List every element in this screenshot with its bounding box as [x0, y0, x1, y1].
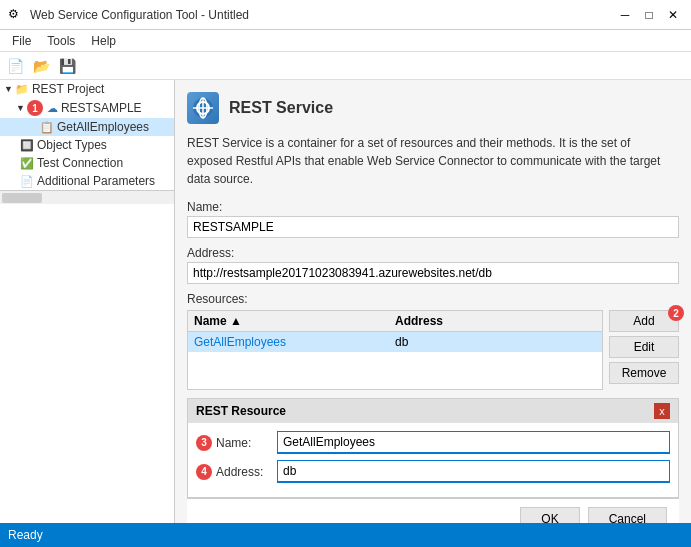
status-text: Ready: [8, 528, 43, 542]
toolbar: 📄 📂 💾: [0, 52, 691, 80]
resource-icon: 📋: [40, 121, 54, 134]
service-description: REST Service is a container for a set of…: [187, 134, 679, 188]
menu-bar: File Tools Help: [0, 30, 691, 52]
address-input[interactable]: [187, 262, 679, 284]
name-label: Name:: [187, 200, 679, 214]
chevron-icon: ▼: [16, 103, 25, 113]
sidebar-item-test-connection[interactable]: ✅ Test Connection: [0, 154, 174, 172]
app-icon: ⚙: [8, 7, 24, 23]
service-header-icon: [187, 92, 219, 124]
resource-address-input[interactable]: [277, 460, 670, 483]
resources-table: Name ▲ Address GetAllEmployees db: [187, 310, 603, 390]
close-button[interactable]: ✕: [663, 5, 683, 25]
col-address-header: Address: [395, 314, 596, 328]
rest-resource-header: REST Resource x: [188, 399, 678, 423]
resource-address-row: 4 Address:: [196, 460, 670, 483]
sidebar: ▼ 📁 REST Project ▼ 1 ☁ RESTSAMPLE 📋 GetA…: [0, 80, 175, 523]
row-address: db: [395, 335, 596, 349]
resources-label: Resources:: [187, 292, 679, 306]
edit-button[interactable]: Edit: [609, 336, 679, 358]
name-field-row: Name:: [187, 200, 679, 238]
cancel-button[interactable]: Cancel: [588, 507, 667, 523]
status-bar: Ready: [0, 523, 691, 547]
maximize-button[interactable]: □: [639, 5, 659, 25]
table-row[interactable]: GetAllEmployees db: [188, 332, 602, 352]
window-controls: ─ □ ✕: [615, 5, 683, 25]
sidebar-label: RESTSAMPLE: [61, 101, 142, 115]
sidebar-item-restsample[interactable]: ▼ 1 ☁ RESTSAMPLE: [0, 98, 174, 118]
rest-resource-body: 3 Name: 4 Address:: [188, 423, 678, 497]
project-icon: 📁: [15, 83, 29, 96]
resource-name-label: Name:: [216, 436, 271, 450]
badge-4: 4: [196, 464, 212, 480]
service-header: REST Service: [187, 92, 679, 124]
sidebar-label: REST Project: [32, 82, 104, 96]
service-icon: ☁: [47, 102, 58, 115]
sidebar-item-additional-parameters[interactable]: 📄 Additional Parameters: [0, 172, 174, 190]
sidebar-item-rest-project[interactable]: ▼ 📁 REST Project: [0, 80, 174, 98]
resources-row: Resources: Name ▲ Address GetAllEmployee…: [187, 292, 679, 390]
rest-resource-panel: REST Resource x 3 Name: 4 Address:: [187, 398, 679, 498]
menu-tools[interactable]: Tools: [39, 32, 83, 50]
dialog-footer: OK Cancel: [187, 498, 679, 523]
name-input[interactable]: [187, 216, 679, 238]
sidebar-scrollbar[interactable]: [0, 190, 174, 204]
rest-resource-title: REST Resource: [196, 404, 286, 418]
service-title: REST Service: [229, 99, 333, 117]
address-field-row: Address:: [187, 246, 679, 284]
rest-resource-close-button[interactable]: x: [654, 403, 670, 419]
add-button[interactable]: Add 2: [609, 310, 679, 332]
menu-help[interactable]: Help: [83, 32, 124, 50]
col-name-header[interactable]: Name ▲: [194, 314, 395, 328]
badge-3: 3: [196, 435, 212, 451]
minimize-button[interactable]: ─: [615, 5, 635, 25]
ok-button[interactable]: OK: [520, 507, 579, 523]
resource-name-row: 3 Name:: [196, 431, 670, 454]
resource-address-label: Address:: [216, 465, 271, 479]
badge-1: 1: [27, 100, 43, 116]
new-button[interactable]: 📄: [4, 55, 26, 77]
table-header: Name ▲ Address: [188, 311, 602, 332]
menu-file[interactable]: File: [4, 32, 39, 50]
resources-container: Name ▲ Address GetAllEmployees db Add 2 …: [187, 310, 679, 390]
sidebar-label: GetAllEmployees: [57, 120, 149, 134]
test-connection-icon: ✅: [20, 157, 34, 170]
additional-params-icon: 📄: [20, 175, 34, 188]
row-name: GetAllEmployees: [194, 335, 395, 349]
resource-buttons: Add 2 Edit Remove: [609, 310, 679, 390]
title-bar: ⚙ Web Service Configuration Tool - Untit…: [0, 0, 691, 30]
chevron-icon: ▼: [4, 84, 13, 94]
sidebar-item-getallemployees[interactable]: 📋 GetAllEmployees: [0, 118, 174, 136]
badge-2: 2: [668, 305, 684, 321]
object-types-icon: 🔲: [20, 139, 34, 152]
open-button[interactable]: 📂: [30, 55, 52, 77]
remove-button[interactable]: Remove: [609, 362, 679, 384]
content-area: REST Service REST Service is a container…: [175, 80, 691, 523]
save-button[interactable]: 💾: [56, 55, 78, 77]
sidebar-label: Additional Parameters: [37, 174, 155, 188]
window-title: Web Service Configuration Tool - Untitle…: [30, 8, 615, 22]
sidebar-item-object-types[interactable]: 🔲 Object Types: [0, 136, 174, 154]
address-label: Address:: [187, 246, 679, 260]
resource-name-input[interactable]: [277, 431, 670, 454]
main-container: ▼ 📁 REST Project ▼ 1 ☁ RESTSAMPLE 📋 GetA…: [0, 80, 691, 523]
sidebar-label: Object Types: [37, 138, 107, 152]
sidebar-label: Test Connection: [37, 156, 123, 170]
